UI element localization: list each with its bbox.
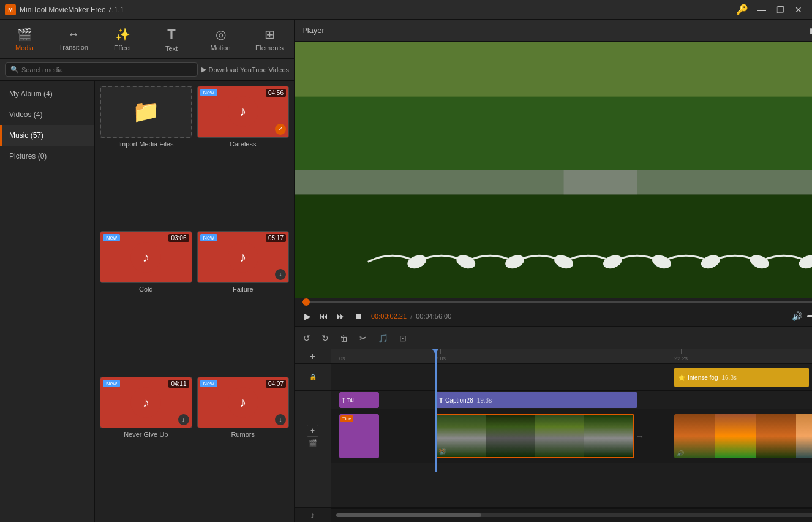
sidebar-item-music[interactable]: Music (57)	[0, 125, 94, 146]
caption28-clip[interactable]: T Caption28 19.3s	[435, 392, 637, 408]
music-icon: ♪	[130, 242, 161, 273]
cut-button[interactable]: ✂	[356, 331, 370, 345]
stop-button[interactable]: ⏹	[351, 310, 365, 322]
toolbar-transition[interactable]: ↔ Transition	[49, 20, 98, 58]
timeline-content: + 🔒 + 🎬	[295, 349, 812, 507]
volume-icon[interactable]: 🔊	[789, 310, 805, 322]
left-content: My Album (4) Videos (4) Music (57) Pictu…	[0, 81, 294, 522]
close-button[interactable]: ✕	[790, 3, 807, 17]
thumb-frame	[584, 415, 633, 457]
right-section: Player ◧ Template ↑ Export	[295, 20, 812, 522]
media-grid: 📁 Import Media Files New ♪ 04:56 ✓ Carel…	[95, 81, 294, 522]
crop-button[interactable]: ⊡	[396, 331, 410, 345]
restore-button[interactable]: ❐	[772, 3, 789, 17]
list-item[interactable]: 📁 Import Media Files	[100, 86, 192, 226]
delete-button[interactable]: 🗑	[336, 331, 352, 345]
video-clip-2[interactable]: 🔊	[674, 414, 812, 458]
download-youtube-label: Download YouTube Videos	[209, 66, 290, 74]
media-label: Import Media Files	[118, 140, 173, 148]
progress-thumb[interactable]	[303, 298, 310, 306]
toolbar-effect[interactable]: ✨ Effect	[98, 20, 147, 58]
list-item[interactable]: New ♪ 04:07 ↓ Rumors	[197, 377, 290, 517]
volume-icon-clip2: 🔊	[677, 450, 684, 456]
template-icon: ◧	[810, 26, 812, 35]
template-button[interactable]: ◧ Template	[803, 24, 812, 37]
media-label: Failure	[233, 286, 254, 293]
title-clip[interactable]: T Titl	[339, 392, 379, 408]
list-item[interactable]: New ♪ 04:56 ✓ Careless	[197, 86, 290, 226]
track2-label-cell: 🔒	[295, 364, 331, 391]
prev-button[interactable]: ⏮	[317, 310, 331, 322]
fog-clip[interactable]: ⭐ Intense fog 16.3s	[674, 368, 809, 387]
sidebar-item-my-album[interactable]: My Album (4)	[0, 83, 94, 104]
toolbar-text-label: Text	[165, 45, 178, 52]
duration-badge: 04:11	[168, 380, 189, 388]
app-title: MiniTool MovieMaker Free 7.1.1	[20, 6, 736, 14]
toolbar-motion[interactable]: ◎ Motion	[196, 20, 245, 58]
list-item[interactable]: New ♪ 05:17 ↓ Failure	[197, 231, 290, 371]
track1-add-button[interactable]: +	[307, 425, 318, 437]
download-youtube-button[interactable]: ▶ Download YouTube Videos	[201, 66, 290, 74]
minimize-button[interactable]: —	[753, 3, 770, 17]
track-side-panel: + 🔒 + 🎬	[295, 349, 331, 507]
redo-button[interactable]: ↻	[318, 331, 333, 345]
toolbar-text[interactable]: T Text	[147, 20, 196, 58]
player-title: Player	[302, 26, 325, 35]
player-property: Player ◧ Template ↑ Export	[295, 20, 812, 326]
window-controls: — ❐ ✕	[753, 3, 807, 17]
track2-lock-button[interactable]: 🔒	[309, 374, 317, 380]
new-badge: New	[200, 89, 217, 96]
undo-button[interactable]: ↺	[299, 331, 314, 345]
audio-button[interactable]: 🎵	[374, 331, 392, 345]
media-label: Never Give Up	[124, 431, 168, 438]
thumb-frame	[715, 414, 755, 458]
fog-clip-label: Intense fog	[688, 374, 718, 381]
player-header: Player ◧ Template ↑ Export	[295, 20, 812, 42]
ngu-thumb: New ♪ 04:11 ↓	[100, 377, 192, 429]
sidebar-item-pictures[interactable]: Pictures (0)	[0, 146, 94, 167]
player-header-right: ◧ Template ↑ Export	[803, 24, 812, 37]
music-icon: ♪	[228, 96, 258, 127]
track1-caption: T Titl T Caption28 19.3s	[331, 391, 812, 409]
bottom-scrollbar[interactable]	[331, 508, 812, 523]
play-button[interactable]: ▶	[302, 310, 314, 322]
timeline-toolbar: ↺ ↻ 🗑 ✂ 🎵 ⊡ ⊟ ⊞	[295, 327, 812, 349]
search-input[interactable]	[21, 66, 192, 74]
timeline-area: ↺ ↻ 🗑 ✂ 🎵 ⊡ ⊟ ⊞	[295, 326, 812, 522]
search-box[interactable]: 🔍	[5, 62, 198, 77]
list-item[interactable]: New ♪ 04:11 ↓ Never Give Up	[100, 377, 192, 517]
ruler-tick	[440, 349, 441, 354]
volume-control: 🔊	[789, 310, 812, 322]
sidebar-item-videos[interactable]: Videos (4)	[0, 104, 94, 125]
time-current: 00:00:02.21	[371, 312, 407, 320]
next-button[interactable]: ⏭	[334, 310, 348, 322]
ruler-tick	[681, 349, 682, 354]
volume-slider[interactable]	[807, 315, 812, 317]
search-icon: 🔍	[10, 66, 19, 74]
progress-bar[interactable]	[302, 301, 812, 303]
tracks-scroll[interactable]: 0s 2.8s 22.2s 38.8s	[331, 349, 812, 507]
video-clip-1[interactable]: ✂ 🔊	[435, 414, 634, 458]
time-separator: /	[410, 312, 412, 320]
add-track-button[interactable]: +	[310, 351, 315, 362]
player-controls: ▶ ⏮ ⏭ ⏹ 00:00:02.21 / 00:04:56.00 🔊 16:	[295, 306, 812, 326]
music-icon: ♪	[130, 387, 161, 418]
toolbar-media[interactable]: 🎬 Media	[0, 20, 49, 58]
list-item[interactable]: New ♪ 03:06 Cold	[100, 231, 192, 371]
main-layout: 🎬 Media ↔ Transition ✨ Effect T Text ◎ M…	[0, 20, 812, 522]
thumb-frame	[756, 414, 796, 458]
transition-icon: ↔	[67, 27, 80, 41]
toolbar-effect-label: Effect	[114, 44, 131, 51]
elements-icon: ⊞	[265, 27, 275, 42]
scroll-track[interactable]	[336, 513, 812, 517]
media-label: Rumors	[231, 431, 255, 438]
scroll-thumb[interactable]	[336, 513, 481, 517]
title-video-clip[interactable]: Title	[339, 414, 379, 458]
toolbar-motion-label: Motion	[210, 44, 230, 51]
new-badge: New	[103, 234, 120, 241]
playhead-marker	[432, 349, 438, 354]
thumb-frame	[486, 415, 535, 457]
media-label: Careless	[230, 140, 256, 148]
check-badge: ✓	[275, 124, 286, 135]
toolbar-elements[interactable]: ⊞ Elements	[245, 20, 294, 58]
